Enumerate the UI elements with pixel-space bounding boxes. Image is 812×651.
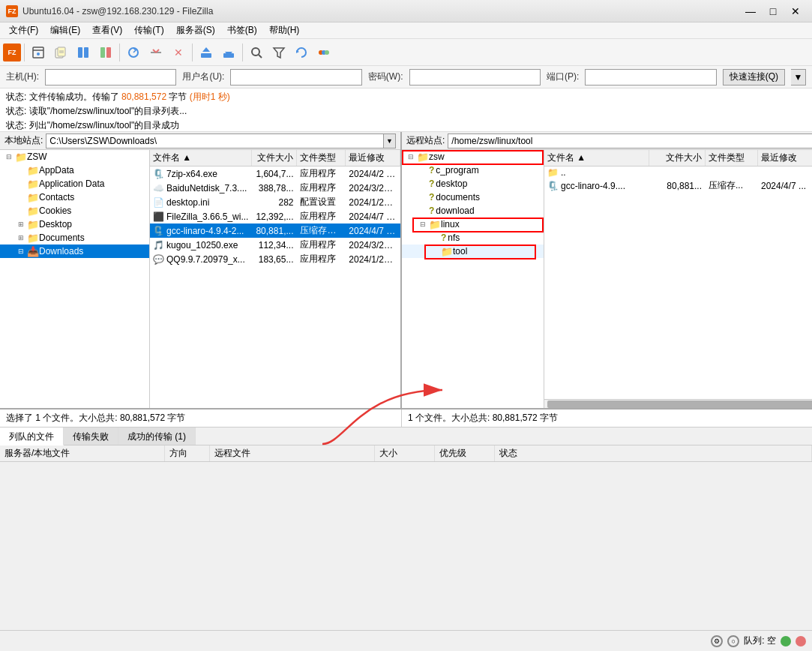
tree-item-zsw[interactable]: ⊟ 📁 ZSW: [0, 150, 149, 164]
toolbar-search-btn[interactable]: [246, 42, 267, 63]
remote-file-icon-gcc: 🗜️: [547, 181, 559, 191]
remote-row-gcc[interactable]: 🗜️ gcc-linaro-4.9.... 80,881... 压缩存... 2…: [544, 178, 812, 193]
remote-panel: 远程站点: ▼ ⊟ 📁 zsw: [402, 132, 812, 408]
tree-item-tool[interactable]: 📁 tool: [402, 244, 544, 258]
tree-item-appdata2[interactable]: 📁 Application Data: [0, 177, 149, 190]
file-row-gcc[interactable]: 🗜️ gcc-linaro-4.9.4-2... 80,881,... 压缩存档…: [150, 224, 400, 238]
toolbar-siteman-btn[interactable]: [28, 42, 49, 63]
queue-content: 服务器/本地文件 方向 远程文件 大小 优先级 状态: [0, 446, 812, 462]
toolbar-refresh-btn[interactable]: [291, 42, 312, 63]
status-icon-1[interactable]: ⚙: [711, 635, 723, 647]
remote-path-input[interactable]: [448, 134, 812, 148]
connect-dropdown[interactable]: ▼: [791, 69, 806, 86]
local-path-dropdown[interactable]: ▼: [384, 134, 396, 148]
remote-row-parent[interactable]: 📁 ..: [544, 166, 812, 178]
tree-item-nfs[interactable]: ? nfs: [402, 231, 544, 244]
tree-item-desktop[interactable]: ⊞ 📁 Desktop: [0, 218, 149, 231]
toolbar-files-btn[interactable]: [50, 42, 71, 63]
menu-item-s[interactable]: 服务器(S): [170, 22, 221, 38]
menu-item-t[interactable]: 传输(T): [128, 22, 169, 38]
menu-item-e[interactable]: 编辑(E): [44, 22, 86, 38]
expand-downloads: ⊟: [15, 245, 27, 257]
tree-label-contacts: Contacts: [39, 192, 74, 202]
queue-tab-success[interactable]: 成功的传输 (1): [118, 428, 196, 445]
toolbar-logo: FZ: [3, 44, 21, 62]
question-icon-cprog: ?: [429, 165, 434, 176]
question-icon-download: ?: [429, 206, 434, 216]
expand-contacts: [15, 191, 27, 203]
file-row-qq[interactable]: 💬 QQ9.9.7.20979_x... 183,65... 应用程序 2024…: [150, 252, 400, 266]
connect-button[interactable]: 快速连接(Q): [723, 69, 785, 86]
toolbar-filter-btn[interactable]: [268, 42, 289, 63]
remote-col-name[interactable]: 文件名 ▲: [544, 150, 649, 166]
toolbar-upload-btn[interactable]: [196, 42, 217, 63]
file-row-7zip[interactable]: 🗜️ 7zip-x64.exe 1,604,7... 应用程序 2024/4/2…: [150, 166, 400, 181]
svg-line-20: [259, 55, 262, 58]
queue-col-priority[interactable]: 优先级: [435, 446, 495, 461]
svg-point-2: [37, 52, 40, 56]
file-row-baidu[interactable]: ☁️ BaiduNetdisk_7.3.... 388,78... 应用程序 2…: [150, 181, 400, 195]
expand-zsw: ⊟: [3, 151, 15, 163]
col-type-header[interactable]: 文件类型: [297, 150, 346, 166]
tree-item-downloads[interactable]: ⊟ 📥 Downloads: [0, 244, 149, 258]
maximize-button[interactable]: □: [763, 4, 784, 19]
tree-label-cookies: Cookies: [39, 206, 71, 216]
window-title: Ubuntu16.04 - zsw@192.168.230.129 - File…: [22, 6, 213, 16]
col-size-header[interactable]: 文件大小: [252, 150, 298, 166]
port-input[interactable]: [585, 69, 716, 86]
queue-col-size[interactable]: 大小: [375, 446, 435, 461]
remote-col-type[interactable]: 文件类型: [706, 150, 758, 166]
queue-col-remote[interactable]: 远程文件: [210, 446, 375, 461]
toolbar-toggle-btn[interactable]: [73, 42, 94, 63]
file-row-filezilla[interactable]: ⬛ FileZilla_3.66.5_wi... 12,392,... 应用程序…: [150, 209, 400, 224]
menu-item-v[interactable]: 查看(V): [86, 22, 128, 38]
tree-item-documents[interactable]: ⊞ 📁 Documents: [0, 231, 149, 244]
toolbar-download-btn[interactable]: [218, 42, 239, 63]
menu-item-f[interactable]: 文件(F): [3, 22, 44, 38]
queue-col-direction[interactable]: 方向: [165, 446, 210, 461]
close-button[interactable]: ✕: [785, 4, 806, 19]
remote-size-parent: [649, 172, 706, 173]
remote-hscroll[interactable]: [544, 399, 812, 408]
col-name-header[interactable]: 文件名 ▲: [150, 150, 252, 166]
queue-tab-failed[interactable]: 传输失败: [64, 428, 118, 445]
tree-item-contacts[interactable]: 📁 Contacts: [0, 190, 149, 204]
tree-item-cprog[interactable]: ? c_program: [402, 164, 544, 177]
toolbar-reconnect-btn[interactable]: [123, 42, 144, 63]
tree-label-zsw-remote: zsw: [429, 152, 445, 162]
menu-item-h[interactable]: 帮助(H): [263, 22, 306, 38]
toolbar-disconnect-btn[interactable]: [145, 42, 166, 63]
col-modified-header[interactable]: 最近修改: [346, 150, 400, 166]
remote-col-size[interactable]: 文件大小: [649, 150, 706, 166]
file-row-kugou[interactable]: 🎵 kugou_10250.exe 112,34... 应用程序 2024/3/…: [150, 238, 400, 252]
status-icon-2[interactable]: ○: [727, 635, 739, 647]
local-panel: 本地站点: ▼ ⊟ 📁 ZSW: [0, 132, 402, 408]
menu-item-b[interactable]: 书签(B): [221, 22, 263, 38]
svg-rect-7: [78, 47, 82, 58]
toolbar-compare-btn[interactable]: [95, 42, 116, 63]
tree-item-linux[interactable]: ⊟ 📁 linux: [402, 218, 544, 231]
queue-area: 列队的文件 传输失败 成功的传输 (1) 服务器/本地文件 方向 远程文件 大小…: [0, 428, 812, 462]
toolbar-info-btn[interactable]: [313, 42, 334, 63]
tree-item-appdata[interactable]: 📁 AppData: [0, 164, 149, 177]
pass-input[interactable]: [409, 69, 541, 86]
tree-label-docs-remote: documents: [436, 192, 480, 202]
host-input[interactable]: [45, 69, 176, 86]
user-input[interactable]: [230, 69, 361, 86]
tree-item-zsw-remote[interactable]: ⊟ 📁 zsw: [402, 150, 544, 164]
expand-zsw-remote: ⊟: [405, 151, 417, 163]
queue-tab-queued[interactable]: 列队的文件: [0, 428, 64, 446]
remote-col-modified[interactable]: 最近修改: [758, 150, 812, 166]
toolbar-cancel-btn[interactable]: ✕: [168, 42, 189, 63]
tree-item-cookies[interactable]: 📁 Cookies: [0, 204, 149, 218]
file-row-desktop-ini[interactable]: 📄 desktop.ini 282 配置设置 2024/1/21 1...: [150, 195, 400, 209]
tree-item-docs-remote[interactable]: ? documents: [402, 190, 544, 204]
remote-hscroll-thumb[interactable]: [547, 400, 812, 408]
local-path-input[interactable]: [46, 134, 384, 148]
tree-label-cprog: c_program: [436, 165, 478, 176]
minimize-button[interactable]: —: [740, 4, 761, 19]
queue-col-status[interactable]: 状态: [495, 446, 812, 461]
queue-col-server[interactable]: 服务器/本地文件: [0, 446, 165, 461]
tree-item-desktop-remote[interactable]: ? desktop: [402, 177, 544, 190]
tree-item-download-remote[interactable]: ? download: [402, 204, 544, 218]
